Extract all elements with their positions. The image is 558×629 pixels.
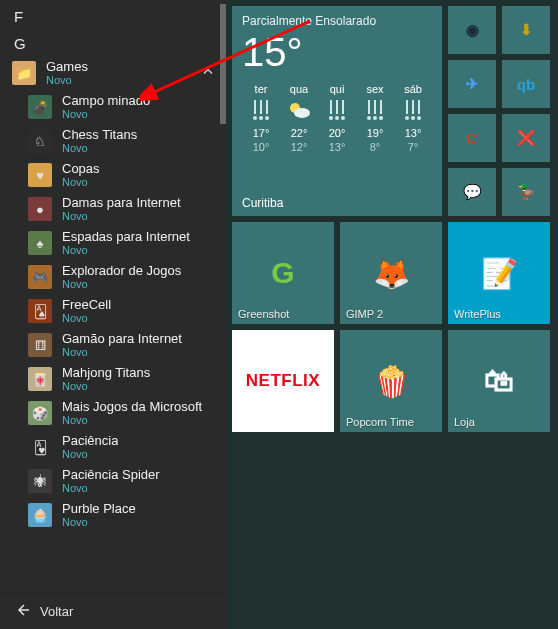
app-icon: ♥ <box>28 163 52 187</box>
tile-chat[interactable]: 💬 <box>448 168 496 216</box>
app-item[interactable]: 🕷 Paciência Spider Novo <box>0 464 226 498</box>
forecast-high: 19° <box>367 127 384 139</box>
forecast-day: sáb 13° 7° <box>394 83 432 153</box>
app-sub: Novo <box>62 312 111 325</box>
app-sub: Novo <box>62 244 190 257</box>
greenshot-icon: G <box>271 256 294 290</box>
forecast-day-name: qua <box>290 83 308 95</box>
app-item[interactable]: 🀄 Mahjong Titans Novo <box>0 362 226 396</box>
app-label: Gamão para Internet <box>62 331 182 347</box>
weather-forecast: ter 17° 10°qua 22° 12°qui 20° 13°sex 19°… <box>242 83 432 153</box>
svg-point-5 <box>265 116 269 120</box>
app-item[interactable]: 🎲 Mais Jogos da Microsoft Novo <box>0 396 226 430</box>
forecast-day-name: qui <box>330 83 345 95</box>
app-label: Campo minado <box>62 93 150 109</box>
app-label: Paciência <box>62 433 118 449</box>
qbittorrent-icon: qb <box>512 70 540 98</box>
app-item[interactable]: ● Damas para Internet Novo <box>0 192 226 226</box>
tile-tool[interactable]: ❌ <box>502 114 550 162</box>
app-icon: 🧁 <box>28 503 52 527</box>
forecast-high: 22° <box>291 127 308 139</box>
app-sub: Novo <box>62 278 181 291</box>
app-icon: 💣 <box>28 95 52 119</box>
forecast-low: 10° <box>253 141 270 153</box>
tile-steam[interactable]: ◉ <box>448 6 496 54</box>
forecast-icon <box>327 97 347 125</box>
games-folder-sub: Novo <box>46 74 88 87</box>
app-label: Damas para Internet <box>62 195 181 211</box>
app-sub: Novo <box>62 142 137 155</box>
tile-writeplus[interactable]: 📝 WritePlus <box>448 222 550 324</box>
tile-ccleaner[interactable]: C <box>448 114 496 162</box>
forecast-day: qua 22° 12° <box>280 83 318 153</box>
chevron-up-icon <box>202 66 214 81</box>
app-item[interactable]: 🂡 FreeCell Novo <box>0 294 226 328</box>
app-icon: 🂱 <box>28 435 52 459</box>
app-item[interactable]: ⚅ Gamão para Internet Novo <box>0 328 226 362</box>
chat-icon: 💬 <box>458 178 486 206</box>
app-item[interactable]: 🎮 Explorador de Jogos Novo <box>0 260 226 294</box>
tile-store[interactable]: 🛍 Loja <box>448 330 550 432</box>
weather-tile[interactable]: Parcialmente Ensolarado 15° ter 17° 10°q… <box>232 6 442 216</box>
tile-duck[interactable]: 🦆 <box>502 168 550 216</box>
back-button[interactable]: Voltar <box>0 593 226 629</box>
tile-plane[interactable]: ✈ <box>448 60 496 108</box>
forecast-day: ter 17° 10° <box>242 83 280 153</box>
back-label: Voltar <box>40 604 73 619</box>
app-icon: ♠ <box>28 231 52 255</box>
games-folder[interactable]: 📁 Games Novo <box>0 56 226 90</box>
writeplus-icon: 📝 <box>481 256 518 291</box>
tile-label: Loja <box>454 416 475 428</box>
app-label: Copas <box>62 161 100 177</box>
app-icon: 🎮 <box>28 265 52 289</box>
steam-icon: ◉ <box>458 16 486 44</box>
forecast-day: sex 19° 8° <box>356 83 394 153</box>
tile-greenshot[interactable]: G Greenshot <box>232 222 334 324</box>
app-item[interactable]: 💣 Campo minado Novo <box>0 90 226 124</box>
app-sub: Novo <box>62 176 100 189</box>
app-label: Espadas para Internet <box>62 229 190 245</box>
app-item[interactable]: 🂱 Paciência Novo <box>0 430 226 464</box>
small-tile-grid: ◉⬇✈qbC❌💬🦆 <box>448 6 550 216</box>
folder-icon: 📁 <box>12 61 36 85</box>
tile-gimp[interactable]: 🦊 GIMP 2 <box>340 222 442 324</box>
app-sub: Novo <box>62 108 150 121</box>
app-item[interactable]: 🧁 Purble Place Novo <box>0 498 226 532</box>
svg-point-11 <box>329 116 333 120</box>
svg-point-23 <box>405 116 409 120</box>
app-sub: Novo <box>62 448 118 461</box>
app-icon: 🀄 <box>28 367 52 391</box>
svg-point-17 <box>367 116 371 120</box>
tile-jdownloader[interactable]: ⬇ <box>502 6 550 54</box>
tile-netflix[interactable]: NETFLIX <box>232 330 334 432</box>
forecast-low: 8° <box>370 141 381 153</box>
letter-header-f[interactable]: F <box>0 2 226 29</box>
tool-icon: ❌ <box>512 124 540 152</box>
app-item[interactable]: ♥ Copas Novo <box>0 158 226 192</box>
app-icon: ⚅ <box>28 333 52 357</box>
svg-point-3 <box>253 116 257 120</box>
app-sub: Novo <box>62 380 150 393</box>
app-list[interactable]: F G 📁 Games Novo 💣 Campo minado Novo ♘ C… <box>0 0 226 593</box>
svg-point-18 <box>373 116 377 120</box>
app-label: Mais Jogos da Microsoft <box>62 399 202 415</box>
tile-popcorn-time[interactable]: 🍿 Popcorn Time <box>340 330 442 432</box>
app-item[interactable]: ♠ Espadas para Internet Novo <box>0 226 226 260</box>
forecast-low: 12° <box>291 141 308 153</box>
tile-label: Greenshot <box>238 308 289 320</box>
app-sub: Novo <box>62 482 160 495</box>
store-icon: 🛍 <box>484 364 514 398</box>
duck-icon: 🦆 <box>512 178 540 206</box>
forecast-day-name: sáb <box>404 83 422 95</box>
letter-header-g[interactable]: G <box>0 29 226 56</box>
tile-label: GIMP 2 <box>346 308 383 320</box>
forecast-day-name: ter <box>255 83 268 95</box>
app-item[interactable]: ♘ Chess Titans Novo <box>0 124 226 158</box>
svg-point-24 <box>411 116 415 120</box>
tile-qbittorrent[interactable]: qb <box>502 60 550 108</box>
app-icon: 🎲 <box>28 401 52 425</box>
app-icon: ♘ <box>28 129 52 153</box>
forecast-icon <box>286 97 312 125</box>
forecast-day: qui 20° 13° <box>318 83 356 153</box>
app-icon: 🂡 <box>28 299 52 323</box>
